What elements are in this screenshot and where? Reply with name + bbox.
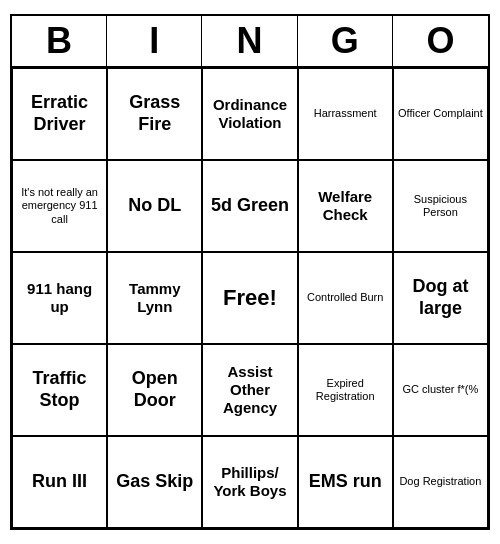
cell-text-22: Phillips/ York Boys — [207, 464, 292, 500]
bingo-cell-8[interactable]: Welfare Check — [298, 160, 393, 252]
bingo-header: BINGO — [12, 16, 488, 68]
bingo-cell-2[interactable]: Ordinance Violation — [202, 68, 297, 160]
cell-text-6: No DL — [128, 195, 181, 217]
bingo-cell-18[interactable]: Expired Registration — [298, 344, 393, 436]
bingo-grid: Erratic DriverGrass FireOrdinance Violat… — [12, 68, 488, 528]
bingo-cell-15[interactable]: Traffic Stop — [12, 344, 107, 436]
cell-text-16: Open Door — [112, 368, 197, 411]
cell-text-20: Run III — [32, 471, 87, 493]
cell-text-13: Controlled Burn — [307, 291, 383, 304]
bingo-cell-5[interactable]: It's not really an emergency 911 call — [12, 160, 107, 252]
bingo-cell-14[interactable]: Dog at large — [393, 252, 488, 344]
header-letter: I — [107, 16, 202, 66]
cell-text-1: Grass Fire — [112, 92, 197, 135]
bingo-cell-10[interactable]: 911 hang up — [12, 252, 107, 344]
bingo-cell-9[interactable]: Suspicious Person — [393, 160, 488, 252]
bingo-cell-13[interactable]: Controlled Burn — [298, 252, 393, 344]
bingo-cell-22[interactable]: Phillips/ York Boys — [202, 436, 297, 528]
bingo-cell-4[interactable]: Officer Complaint — [393, 68, 488, 160]
header-letter: N — [202, 16, 297, 66]
bingo-cell-11[interactable]: Tammy Lynn — [107, 252, 202, 344]
cell-text-10: 911 hang up — [17, 280, 102, 316]
bingo-cell-7[interactable]: 5d Green — [202, 160, 297, 252]
cell-text-9: Suspicious Person — [398, 193, 483, 219]
cell-text-4: Officer Complaint — [398, 107, 483, 120]
bingo-cell-20[interactable]: Run III — [12, 436, 107, 528]
cell-text-19: GC cluster f*(% — [402, 383, 478, 396]
cell-text-11: Tammy Lynn — [112, 280, 197, 316]
bingo-cell-24[interactable]: Dog Registration — [393, 436, 488, 528]
bingo-cell-17[interactable]: Assist Other Agency — [202, 344, 297, 436]
cell-text-5: It's not really an emergency 911 call — [17, 186, 102, 226]
cell-text-23: EMS run — [309, 471, 382, 493]
bingo-cell-0[interactable]: Erratic Driver — [12, 68, 107, 160]
bingo-cell-16[interactable]: Open Door — [107, 344, 202, 436]
cell-text-21: Gas Skip — [116, 471, 193, 493]
cell-text-7: 5d Green — [211, 195, 289, 217]
cell-text-3: Harrassment — [314, 107, 377, 120]
bingo-cell-6[interactable]: No DL — [107, 160, 202, 252]
cell-text-18: Expired Registration — [303, 377, 388, 403]
cell-text-15: Traffic Stop — [17, 368, 102, 411]
bingo-cell-21[interactable]: Gas Skip — [107, 436, 202, 528]
header-letter: G — [298, 16, 393, 66]
bingo-cell-19[interactable]: GC cluster f*(% — [393, 344, 488, 436]
bingo-cell-1[interactable]: Grass Fire — [107, 68, 202, 160]
header-letter: B — [12, 16, 107, 66]
bingo-cell-12[interactable]: Free! — [202, 252, 297, 344]
cell-text-12: Free! — [223, 285, 277, 311]
bingo-card: BINGO Erratic DriverGrass FireOrdinance … — [10, 14, 490, 530]
bingo-cell-3[interactable]: Harrassment — [298, 68, 393, 160]
cell-text-0: Erratic Driver — [17, 92, 102, 135]
bingo-cell-23[interactable]: EMS run — [298, 436, 393, 528]
cell-text-14: Dog at large — [398, 276, 483, 319]
cell-text-2: Ordinance Violation — [207, 96, 292, 132]
cell-text-24: Dog Registration — [399, 475, 481, 488]
cell-text-17: Assist Other Agency — [207, 363, 292, 417]
cell-text-8: Welfare Check — [303, 188, 388, 224]
header-letter: O — [393, 16, 488, 66]
